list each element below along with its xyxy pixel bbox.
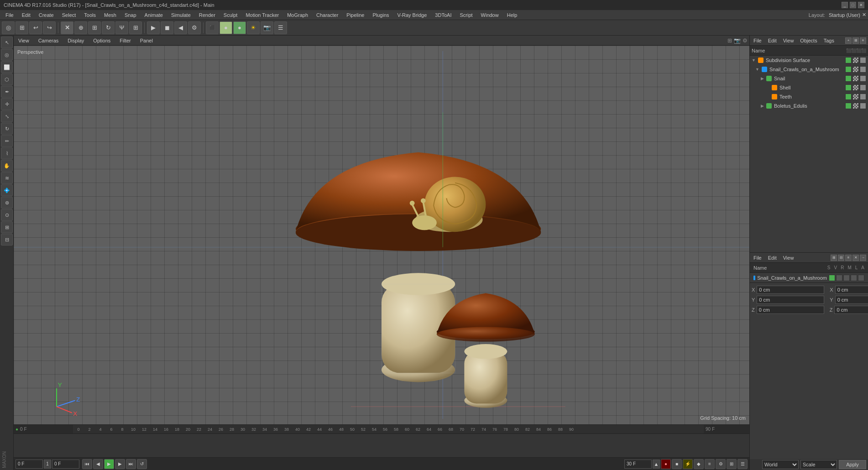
menu-simulate[interactable]: Simulate	[167, 11, 194, 19]
obj-icon-a[interactable]	[858, 275, 864, 281]
render-prev-btn[interactable]: ◀	[174, 21, 187, 34]
hier-snail[interactable]: ▶ Snail	[750, 74, 868, 83]
vp-maximize-icon[interactable]: ⊞	[727, 37, 732, 44]
floor-btn[interactable]: ⬛	[206, 21, 219, 34]
hier-lock4[interactable]	[860, 84, 866, 91]
tool-motion[interactable]: ⊙	[1, 209, 13, 221]
menu-window[interactable]: Window	[477, 11, 502, 19]
tool-paint[interactable]: ✒	[1, 86, 13, 98]
prev-frame-btn[interactable]: ◀	[93, 459, 103, 469]
hier-menu-tags[interactable]: Tags	[822, 37, 836, 44]
hier-vis4[interactable]	[845, 84, 852, 91]
tool-deform[interactable]: ⊛	[1, 197, 13, 209]
hier-menu-edit[interactable]: Edit	[766, 37, 779, 44]
sky-btn[interactable]: ●	[220, 21, 232, 34]
menu-render[interactable]: Render	[195, 11, 219, 19]
coord-y-input[interactable]	[757, 296, 824, 304]
key-all-btn[interactable]: ◆	[694, 459, 704, 469]
apply-button[interactable]: Apply	[839, 460, 866, 469]
hier-menu-objects[interactable]: Objects	[798, 37, 819, 44]
obj-icon-s[interactable]	[829, 275, 835, 281]
hier-vis3[interactable]	[845, 75, 852, 82]
vp-menu-display[interactable]: Display	[65, 37, 87, 44]
tool-move[interactable]: ✛	[1, 98, 13, 110]
timeline-track[interactable]	[14, 434, 749, 457]
menu-sculpt[interactable]: Sculpt	[220, 11, 241, 19]
world-dropdown[interactable]: World	[762, 460, 799, 469]
obj-icon-c[interactable]	[836, 275, 842, 281]
hier-subdivision-surface[interactable]: ▼ Subdivision Surface	[750, 56, 868, 65]
hier-vis5[interactable]	[845, 94, 852, 100]
mode-object-btn[interactable]: ◎	[2, 21, 15, 34]
attr-icon1[interactable]: ⊞	[831, 255, 837, 261]
start-frame-input[interactable]: 0 F	[52, 460, 79, 469]
menu-3dtoai[interactable]: 3DToAI	[431, 11, 455, 19]
hier-menu-view[interactable]: View	[781, 37, 796, 44]
scale-dropdown[interactable]: Scale	[800, 460, 837, 469]
hier-teeth[interactable]: ▶ Teeth	[750, 92, 868, 101]
transform-btn[interactable]: Ψ	[115, 21, 128, 34]
motion-clip-btn[interactable]: ≡	[705, 459, 715, 469]
mode-edge-btn[interactable]: ⊞	[16, 21, 28, 34]
snapping-btn[interactable]: ⊞	[129, 21, 142, 34]
play-btn[interactable]: ▶	[104, 459, 114, 469]
hier-mat1[interactable]	[852, 57, 859, 63]
obj-icon-m[interactable]	[851, 275, 857, 281]
coord-x-input[interactable]	[757, 286, 824, 294]
coord-z2-input[interactable]	[834, 306, 868, 314]
menu-select[interactable]: Select	[58, 11, 80, 19]
tool-sculpt-inflate[interactable]: 💠	[1, 184, 13, 196]
tool-knife[interactable]: ⌇	[1, 147, 13, 159]
tool-live-sel[interactable]: ◎	[1, 49, 13, 61]
coord-y2-input[interactable]	[835, 296, 868, 304]
attr-icon3[interactable]: ≡	[845, 255, 852, 261]
redo-btn[interactable]: ↪	[43, 21, 56, 34]
render-view-btn[interactable]: ◼	[161, 21, 173, 34]
light-btn[interactable]: ☀	[247, 21, 260, 34]
coord-z-input[interactable]	[757, 306, 824, 314]
tool-rigging[interactable]: ⊟	[1, 234, 13, 245]
menu-plugins[interactable]: Plugins	[369, 11, 392, 19]
menu-mograph[interactable]: MoGraph	[283, 11, 312, 19]
hier-snail-crawls[interactable]: ▼ Snail_Crawls_on_a_Mushroom	[750, 65, 868, 74]
obj-icon-t[interactable]	[843, 275, 850, 281]
layout-close[interactable]: ✕	[862, 12, 866, 18]
scale-tool-btn[interactable]: ⊞	[88, 21, 101, 34]
render-settings-btn[interactable]: ⚙	[188, 21, 201, 34]
hier-boletus[interactable]: ▶ Boletus_Edulis	[750, 101, 868, 110]
hier-lock6[interactable]	[860, 103, 866, 109]
tool-rect-sel[interactable]: ⬜	[1, 61, 13, 73]
env-btn[interactable]: ●	[233, 21, 246, 34]
next-frame-btn[interactable]: ▶	[115, 459, 125, 469]
move-tool-btn[interactable]: ⊕	[74, 21, 87, 34]
tool-sculpt-grab[interactable]: ✋	[1, 160, 13, 172]
menu-vray-bridge[interactable]: V-Ray Bridge	[394, 11, 431, 19]
vp-menu-cameras[interactable]: Cameras	[36, 37, 62, 44]
tool-joint[interactable]: ⊞	[1, 221, 13, 233]
record-btn[interactable]: ●	[661, 459, 671, 469]
vp-menu-panel[interactable]: Panel	[137, 37, 156, 44]
hier-icon3[interactable]: ≡	[860, 37, 866, 44]
current-frame-input[interactable]: 0 F	[16, 460, 43, 469]
hier-mat3[interactable]	[852, 75, 859, 82]
hier-mat6[interactable]	[852, 103, 859, 109]
tool-pointer[interactable]: ↖	[1, 37, 13, 48]
tool-sculpt-smooth[interactable]: ≋	[1, 172, 13, 184]
go-to-end-btn[interactable]: ⏭	[126, 459, 136, 469]
go-to-start-btn[interactable]: ⏮	[82, 459, 92, 469]
attr-icon5[interactable]: →	[860, 255, 866, 261]
maximize-btn[interactable]: □	[850, 2, 856, 8]
tool-rotate2[interactable]: ↻	[1, 123, 13, 135]
hier-vis2[interactable]	[845, 66, 852, 73]
menu-tools[interactable]: Tools	[80, 11, 99, 19]
menu-pipeline[interactable]: Pipeline	[343, 11, 368, 19]
attr-menu-view[interactable]: View	[781, 255, 796, 261]
camera-btn[interactable]: 📷	[261, 21, 273, 34]
timeline-settings-btn[interactable]: ⚙	[716, 459, 726, 469]
hier-shell[interactable]: ▶ Shell	[750, 83, 868, 92]
layout-selector[interactable]: Startup (User)	[827, 12, 862, 18]
rotate-tool-btn[interactable]: ↻	[102, 21, 115, 34]
timeline-menu-btn[interactable]: ☰	[737, 459, 748, 469]
tool-scale2[interactable]: ⤡	[1, 110, 13, 122]
menu-mesh[interactable]: Mesh	[100, 11, 120, 19]
